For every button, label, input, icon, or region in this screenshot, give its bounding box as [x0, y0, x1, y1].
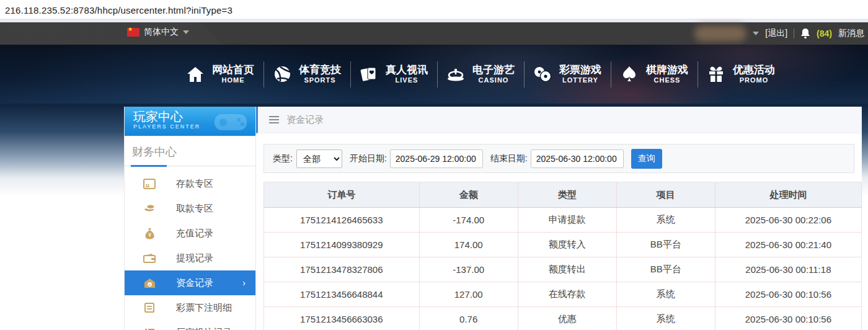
nav-item-chess[interactable]: 棋牌游戏CHESS [620, 63, 688, 85]
money-bag-icon: ¥ [143, 228, 156, 239]
sidebar-item-label: 资金记录 [176, 277, 213, 289]
bell-icon[interactable] [800, 28, 810, 39]
china-flag-icon [127, 28, 140, 37]
language-label: 简体中文 [144, 27, 179, 38]
logout-button[interactable]: [退出] [765, 28, 787, 39]
top-bar: 简体中文 [退出] (84) 新消息 [0, 22, 868, 45]
column-header: 订单号 [264, 182, 420, 208]
lottery-balls-icon [533, 65, 552, 84]
sidebar-item-提现记录[interactable]: 提现记录 [125, 246, 255, 270]
home-icon [186, 65, 205, 84]
sidebar-item-充值记录[interactable]: ¥充值记录 [125, 221, 255, 246]
nav-item-casino[interactable]: 电子游艺CASINO [446, 63, 515, 85]
table-cell: 1751214126465633 [264, 208, 420, 233]
nav-divider [698, 61, 698, 87]
nav-label-en: HOME [222, 76, 245, 85]
table-cell: BB平台 [616, 257, 715, 282]
table-cell: 2025-06-30 00:22:06 [715, 208, 861, 233]
table-cell: 系统 [616, 282, 715, 307]
withdraw-hand-icon [143, 203, 156, 214]
chevron-down-icon [183, 30, 189, 34]
table-cell: 2025-06-30 00:11:18 [715, 257, 861, 282]
sidebar-item-厅室投注记录[interactable]: 厅室投注记录 [125, 320, 255, 330]
nav-item-sports[interactable]: 体育竞技SPORTS [273, 63, 341, 85]
table-header-row: 订单号金额类型项目处理时间 [264, 182, 862, 208]
table-cell: 1751213478327806 [264, 257, 420, 282]
sidebar-item-label: 厅室投注记录 [176, 327, 232, 330]
table-cell: 0.76 [419, 307, 518, 330]
table-cell: 系统 [616, 208, 715, 233]
user-chevron-down-icon[interactable] [753, 32, 759, 35]
sports-ball-icon [273, 65, 291, 84]
language-selector[interactable]: 简体中文 [127, 27, 189, 38]
type-label: 类型: [273, 153, 293, 164]
table-cell: 额度转出 [518, 257, 616, 282]
deposit-card-icon [143, 178, 156, 189]
table-cell: 174.00 [419, 233, 518, 257]
sidebar-section-finance: 财务中心 [125, 136, 255, 166]
table-cell: 1751213456663036 [264, 307, 420, 330]
table-row: 17512134566630360.76优惠系统2025-06-30 00:10… [264, 307, 862, 330]
table-cell: 1751214099380929 [264, 233, 420, 257]
table-cell: 2025-06-30 00:10:56 [715, 282, 861, 307]
sidebar-item-取款专区[interactable]: 取款专区 [125, 196, 255, 221]
gift-icon [707, 65, 725, 84]
column-header: 类型 [518, 182, 616, 208]
nav-label-zh: 优惠活动 [733, 63, 775, 76]
nav-label-zh: 真人视讯 [386, 63, 428, 76]
sidebar-item-label: 提现记录 [176, 252, 213, 264]
table-cell: -137.00 [419, 257, 518, 282]
end-date-input[interactable] [531, 149, 624, 168]
table-cell: BB平台 [616, 233, 715, 257]
nav-item-home[interactable]: 网站首页HOME [186, 63, 254, 85]
sidebar-header: 玩家中心 PLAYERS CENTER [125, 107, 255, 136]
nav-label-zh: 电子游艺 [472, 63, 515, 76]
svg-text:¥: ¥ [148, 232, 151, 238]
username-redacted[interactable] [694, 25, 746, 42]
nav-label-zh: 网站首页 [212, 63, 254, 76]
nav-divider [524, 61, 525, 87]
type-select[interactable]: 全部 [296, 149, 342, 168]
sidebar-item-label: 存款专区 [176, 178, 213, 190]
table-cell: 127.00 [419, 282, 518, 307]
start-date-input[interactable] [390, 149, 483, 168]
section-label: 财务中心 [132, 146, 177, 158]
funds-table: 订单号金额类型项目处理时间 1751214126465633-174.00申请提… [264, 182, 862, 330]
start-date-label: 开始日期: [350, 153, 387, 164]
table-cell: 额度转入 [518, 233, 616, 257]
table-cell: 优惠 [518, 307, 616, 330]
spade-icon [620, 65, 639, 84]
svg-text:¥: ¥ [148, 282, 151, 287]
main-content: 资金记录 类型: 全部 开始日期: 结束日期: 查询 订单号金额类型项目处理时间… [256, 107, 862, 330]
column-header: 处理时间 [715, 182, 861, 208]
table-cell: 2025-06-30 00:10:56 [715, 307, 861, 330]
menu-icon[interactable] [269, 116, 279, 123]
nav-item-lives[interactable]: 真人视讯LIVES [360, 63, 428, 85]
column-header: 项目 [616, 182, 715, 208]
table-row: 1751214099380929174.00额度转入BB平台2025-06-30… [264, 233, 862, 257]
sidebar-item-存款专区[interactable]: 存款专区 [125, 171, 255, 196]
search-button[interactable]: 查询 [631, 149, 662, 169]
nav-item-promo[interactable]: 优惠活动PROMO [707, 63, 775, 85]
new-message-link[interactable]: 新消息 [838, 28, 864, 39]
column-header: 金额 [419, 182, 518, 208]
table-cell: 2025-06-30 00:21:40 [715, 233, 861, 257]
nav-label-zh: 彩票游戏 [559, 63, 601, 76]
table-cell: 系统 [616, 307, 715, 330]
end-date-label: 结束日期: [490, 153, 528, 164]
message-count-badge: (84) [817, 29, 832, 38]
sidebar-item-资金记录[interactable]: ¥资金记录› [125, 270, 255, 295]
nav-divider [611, 61, 611, 87]
nav-item-lottery[interactable]: 彩票游戏LOTTERY [533, 63, 601, 85]
main-navigation: 网站首页HOME体育竞技SPORTS真人视讯LIVES电子游艺CASINO彩票游… [0, 45, 868, 104]
nav-divider [264, 61, 264, 87]
sidebar-item-彩票下注明细[interactable]: 彩票下注明细 [125, 295, 255, 320]
nav-label-en: SPORTS [304, 76, 335, 85]
page-url[interactable]: 216.118.235.52:8783/hhcp/usercenter.html… [5, 5, 232, 16]
page-title: 资金记录 [286, 114, 324, 126]
table-cell: 在线存款 [518, 282, 616, 307]
browser-url-bar: 216.118.235.52:8783/hhcp/usercenter.html… [0, 0, 868, 22]
table-cell: -174.00 [419, 208, 518, 233]
sidebar-item-label: 充值记录 [176, 228, 213, 239]
nav-label-en: LOTTERY [562, 76, 598, 85]
